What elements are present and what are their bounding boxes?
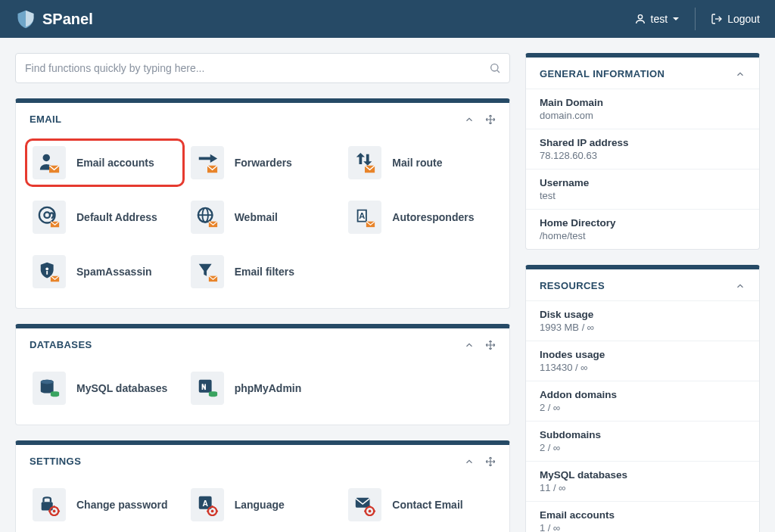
svg-rect-24 <box>356 498 370 508</box>
collapse-icon[interactable] <box>735 69 745 79</box>
tool-change-password[interactable]: Change password <box>30 485 180 524</box>
resource-row: Disk usage1993 MB / ∞ <box>526 300 759 341</box>
tool-language[interactable]: A Language <box>188 485 338 524</box>
tool-label: phpMyAdmin <box>235 382 302 394</box>
svg-point-4 <box>39 207 55 223</box>
email-filters-icon <box>196 260 219 283</box>
search-input[interactable] <box>15 53 510 83</box>
tool-label: Default Address <box>76 211 157 223</box>
svg-text:A: A <box>359 211 366 220</box>
default-address-icon <box>38 206 61 229</box>
svg-text:A: A <box>202 499 208 508</box>
tool-default-address[interactable]: Default Address <box>30 198 180 237</box>
tool-label: Email accounts <box>76 157 154 169</box>
change-password-icon <box>38 493 61 516</box>
email-accounts-icon <box>38 151 61 174</box>
brand-icon <box>15 8 36 30</box>
logout-button[interactable]: Logout <box>695 8 760 30</box>
language-icon: A <box>196 493 219 516</box>
resource-row: Addon domains2 / ∞ <box>526 381 759 421</box>
move-icon[interactable] <box>485 456 496 467</box>
autoresponders-icon: A <box>353 206 376 229</box>
general-info-panel: GENERAL INFORMATION Main Domaindomain.co… <box>525 53 760 250</box>
move-icon[interactable] <box>485 114 496 125</box>
svg-rect-11 <box>46 271 48 275</box>
tool-label: MySQL databases <box>76 382 167 394</box>
tool-phpmyadmin[interactable]: phpMyAdmin <box>188 369 338 408</box>
tool-label: Contact Email <box>392 499 462 511</box>
section-title: EMAIL <box>30 114 61 125</box>
collapse-icon[interactable] <box>464 114 475 125</box>
section-databases: DATABASES MySQL databases phpMyAdmin <box>15 324 510 425</box>
tool-label: Language <box>235 499 285 511</box>
user-icon <box>634 13 646 25</box>
panel-title: GENERAL INFORMATION <box>540 68 665 79</box>
brand[interactable]: SPanel <box>15 8 93 30</box>
tool-label: Change password <box>76 499 168 511</box>
mysql-databases-icon <box>38 377 61 400</box>
tool-email-filters[interactable]: Email filters <box>188 252 338 291</box>
svg-point-13 <box>41 380 54 384</box>
section-settings: SETTINGS Change password A Language <box>15 440 510 532</box>
mail-route-icon <box>353 151 376 174</box>
svg-point-3 <box>43 154 50 161</box>
info-row: Shared IP address78.128.60.63 <box>526 129 759 169</box>
svg-point-0 <box>638 15 642 19</box>
move-icon[interactable] <box>485 340 496 350</box>
resource-row: Subdomains2 / ∞ <box>526 421 759 461</box>
tool-label: Autoresponders <box>392 211 474 223</box>
tool-label: Forwarders <box>235 157 292 169</box>
tool-forwarders[interactable]: Forwarders <box>188 143 338 182</box>
tool-spamassassin[interactable]: SpamAssassin <box>30 252 180 291</box>
resource-row: MySQL databases11 / ∞ <box>526 461 759 501</box>
logout-icon <box>711 13 723 25</box>
info-row: Main Domaindomain.com <box>526 89 759 129</box>
resource-row: Inodes usage113430 / ∞ <box>526 341 759 381</box>
info-row: Usernametest <box>526 169 759 209</box>
svg-point-10 <box>45 267 48 270</box>
tool-autoresponders[interactable]: A Autoresponders <box>345 198 496 237</box>
resources-panel: RESOURCES Disk usage1993 MB / ∞ Inodes u… <box>525 265 760 532</box>
collapse-icon[interactable] <box>464 340 475 350</box>
tool-email-accounts[interactable]: Email accounts <box>30 143 180 182</box>
svg-point-19 <box>53 510 56 513</box>
logout-label: Logout <box>727 13 760 25</box>
resource-row: Email accounts1 / ∞ <box>526 501 759 532</box>
tool-label: Email filters <box>235 266 294 278</box>
tool-label: Webmail <box>235 211 278 223</box>
section-title: SETTINGS <box>30 456 81 467</box>
section-title: DATABASES <box>30 339 92 350</box>
svg-point-1 <box>491 64 498 71</box>
tool-label: Mail route <box>392 157 442 169</box>
user-name: test <box>651 13 668 25</box>
tool-contact-email[interactable]: Contact Email <box>345 485 496 524</box>
tool-webmail[interactable]: Webmail <box>188 198 338 237</box>
user-dropdown[interactable]: test <box>634 13 680 25</box>
section-email: EMAIL Email accounts Forwarders <box>15 98 510 309</box>
info-row: Home Directory/home/test <box>526 209 759 249</box>
forwarders-icon <box>196 151 219 174</box>
collapse-icon[interactable] <box>464 456 475 467</box>
collapse-icon[interactable] <box>735 281 745 291</box>
phpmyadmin-icon <box>196 377 219 400</box>
svg-point-23 <box>210 510 213 513</box>
topbar: SPanel test Logout <box>0 0 775 38</box>
contact-email-icon <box>353 493 376 516</box>
webmail-icon <box>196 206 219 229</box>
panel-title: RESOURCES <box>540 280 605 291</box>
search-icon <box>489 62 501 74</box>
svg-line-2 <box>497 70 500 73</box>
brand-text: SPanel <box>42 11 93 28</box>
tool-label: SpamAssassin <box>76 266 152 278</box>
spamassassin-icon <box>38 260 61 283</box>
tool-mail-route[interactable]: Mail route <box>345 143 496 182</box>
caret-down-icon <box>672 15 680 23</box>
svg-point-26 <box>369 510 372 513</box>
tool-mysql-databases[interactable]: MySQL databases <box>30 369 180 408</box>
